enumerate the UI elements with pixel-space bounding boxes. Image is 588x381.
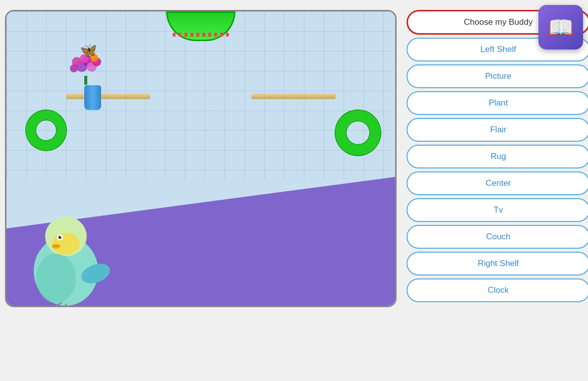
flower-vase bbox=[78, 51, 107, 110]
help-book-icon[interactable]: 📖 bbox=[538, 5, 583, 50]
menu-btn-picture[interactable]: Picture bbox=[407, 64, 588, 88]
svg-rect-8 bbox=[84, 76, 87, 85]
menu-btn-tv[interactable]: Tv bbox=[407, 198, 588, 222]
menu-btn-center[interactable]: Center bbox=[407, 171, 588, 195]
bird-character bbox=[16, 197, 116, 306]
left-ring bbox=[26, 110, 66, 150]
butterfly-decoration: 🦋 bbox=[80, 42, 97, 58]
menu-btn-plant[interactable]: Plant bbox=[407, 91, 588, 115]
scene-background: 🦋 bbox=[6, 11, 395, 306]
svg-point-14 bbox=[60, 236, 62, 237]
right-ring bbox=[336, 110, 380, 155]
svg-point-11 bbox=[52, 233, 80, 255]
svg-point-18 bbox=[36, 254, 76, 303]
ceiling-lamp bbox=[166, 11, 235, 41]
menu-btn-right-shelf[interactable]: Right Shelf bbox=[407, 252, 588, 275]
right-shelf-prop bbox=[251, 93, 336, 99]
right-panel: Choose my BuddyLeft ShelfPicturePlantFla… bbox=[407, 5, 588, 376]
menu-btn-flair[interactable]: Flair bbox=[407, 118, 588, 142]
menu-btn-rug[interactable]: Rug bbox=[407, 145, 588, 168]
menu-btn-clock[interactable]: Clock bbox=[407, 278, 588, 302]
menu-btn-couch[interactable]: Couch bbox=[407, 225, 588, 249]
scene-panel: 🦋 bbox=[5, 10, 397, 307]
bird-svg bbox=[16, 197, 116, 306]
book-emoji: 📖 bbox=[548, 15, 574, 40]
svg-point-6 bbox=[70, 64, 78, 72]
